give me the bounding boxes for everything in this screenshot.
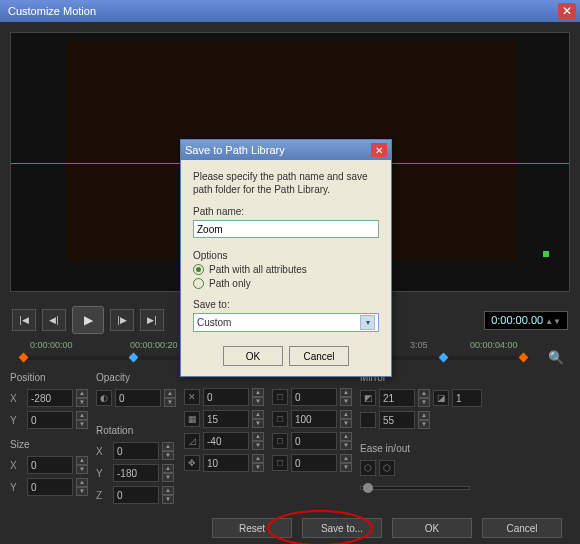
position-x-input[interactable] (27, 389, 73, 407)
rotation-x-input[interactable] (113, 442, 159, 460)
spinner[interactable]: ▲▼ (162, 442, 174, 460)
axis-label: X (96, 446, 110, 457)
size-x-input[interactable] (27, 456, 73, 474)
prop-input[interactable] (203, 454, 249, 472)
property-panels: Position X▲▼ Y▲▼ Size X▲▼ Y▲▼ Opacity ◐▲… (10, 368, 570, 508)
effects-panel-2: □▲▼ □▲▼ □▲▼ □▲▼ (272, 388, 352, 504)
axis-label: Y (96, 468, 110, 479)
zoom-icon[interactable]: 🔍 (548, 350, 564, 366)
prop-input[interactable] (291, 454, 337, 472)
mirror-icon (360, 412, 376, 428)
timeline-tick: 0:00:00:00 (30, 340, 73, 350)
keyframe-icon[interactable] (439, 353, 449, 363)
spinner[interactable]: ▲▼ (162, 464, 174, 482)
spinner[interactable]: ▲▼ (252, 454, 264, 472)
dropdown-value: Custom (197, 317, 231, 328)
ok-button[interactable]: OK (392, 518, 472, 538)
spinner[interactable]: ▲▼ (340, 388, 352, 406)
prop-icon: ▦ (184, 411, 200, 427)
dialog-ok-button[interactable]: OK (223, 346, 283, 366)
mirror-input[interactable] (452, 389, 482, 407)
spinner[interactable]: ▲▼ (162, 486, 174, 504)
prop-input[interactable] (291, 432, 337, 450)
prop-icon: □ (272, 389, 288, 405)
timecode-display[interactable]: 0:00:00.00▲▼ (484, 311, 568, 330)
prop-icon: ✥ (184, 455, 200, 471)
prop-input[interactable] (291, 410, 337, 428)
spinner[interactable]: ▲▼ (76, 411, 88, 429)
prop-input[interactable] (203, 410, 249, 428)
keyframe-marker[interactable] (543, 251, 549, 257)
title-bar: Customize Motion ✕ (0, 0, 580, 22)
dialog-close-button[interactable]: ✕ (371, 143, 387, 157)
spinner[interactable]: ▲▼ (252, 410, 264, 428)
position-y-input[interactable] (27, 411, 73, 429)
dialog-title-bar[interactable]: Save to Path Library ✕ (181, 140, 391, 160)
panel-title: Ease in/out (360, 443, 482, 454)
radio-path-with-attributes[interactable]: Path with all attributes (193, 264, 379, 275)
path-name-label: Path name: (193, 206, 379, 217)
dialog-cancel-button[interactable]: Cancel (289, 346, 349, 366)
keyframe-icon[interactable] (519, 353, 529, 363)
mirror-ease-panel: Mirror ◩▲▼◪ ▲▼ Ease in/out ⬡⬡ (360, 372, 482, 504)
window-title: Customize Motion (4, 5, 558, 17)
path-name-input[interactable] (193, 220, 379, 238)
spinner[interactable]: ▲▼ (252, 388, 264, 406)
save-to-button[interactable]: Save to... (302, 518, 382, 538)
spinner[interactable]: ▲▼ (340, 432, 352, 450)
timecode-spinner-icon[interactable]: ▲▼ (545, 317, 561, 326)
timecode-value: 0:00:00.00 (491, 314, 543, 326)
ease-slider[interactable] (360, 486, 470, 490)
prop-icon: □ (272, 455, 288, 471)
spinner[interactable]: ▲▼ (164, 389, 176, 407)
step-forward-button[interactable]: |▶ (110, 309, 134, 331)
prop-icon: ◿ (184, 433, 200, 449)
window-close-button[interactable]: ✕ (558, 3, 576, 19)
rotation-y-input[interactable] (113, 464, 159, 482)
position-size-panel: Position X▲▼ Y▲▼ Size X▲▼ Y▲▼ (10, 372, 88, 504)
mirror-input[interactable] (379, 389, 415, 407)
step-back-button[interactable]: ◀| (42, 309, 66, 331)
mirror-icon: ◩ (360, 390, 376, 406)
radio-path-only[interactable]: Path only (193, 278, 379, 289)
dialog-title: Save to Path Library (185, 144, 371, 156)
save-to-dropdown[interactable]: Custom ▾ (193, 313, 379, 332)
prop-input[interactable] (203, 388, 249, 406)
dialog-instruction: Please specify the path name and save pa… (193, 170, 379, 196)
go-end-button[interactable]: ▶| (140, 309, 164, 331)
prop-input[interactable] (291, 388, 337, 406)
reset-button[interactable]: Reset (212, 518, 292, 538)
cancel-button[interactable]: Cancel (482, 518, 562, 538)
size-y-input[interactable] (27, 478, 73, 496)
keyframe-icon[interactable] (129, 353, 139, 363)
ease-icon: ⬡ (360, 460, 376, 476)
spinner[interactable]: ▲▼ (340, 410, 352, 428)
prop-input[interactable] (203, 432, 249, 450)
axis-label: Y (10, 415, 24, 426)
radio-icon (193, 278, 204, 289)
spinner[interactable]: ▲▼ (252, 432, 264, 450)
axis-label: Y (10, 482, 24, 493)
go-start-button[interactable]: |◀ (12, 309, 36, 331)
timeline-tick: 00:00:00:20 (130, 340, 178, 350)
keyframe-icon[interactable] (19, 353, 29, 363)
spinner[interactable]: ▲▼ (76, 389, 88, 407)
panel-title: Opacity (96, 372, 176, 383)
rotation-z-input[interactable] (113, 486, 159, 504)
timeline-tick: 3:05 (410, 340, 428, 350)
mirror-icon: ◪ (433, 390, 449, 406)
prop-icon: □ (272, 411, 288, 427)
spinner[interactable]: ▲▼ (340, 454, 352, 472)
spinner[interactable]: ▲▼ (418, 389, 430, 407)
spinner[interactable]: ▲▼ (418, 411, 430, 429)
opacity-icon: ◐ (96, 390, 112, 406)
slider-thumb[interactable] (363, 483, 373, 493)
ease-icon: ⬡ (379, 460, 395, 476)
play-button[interactable]: ▶ (72, 306, 104, 334)
mirror-input[interactable] (379, 411, 415, 429)
prop-icon: □ (272, 433, 288, 449)
spinner[interactable]: ▲▼ (76, 478, 88, 496)
axis-label: X (10, 393, 24, 404)
opacity-input[interactable] (115, 389, 161, 407)
spinner[interactable]: ▲▼ (76, 456, 88, 474)
